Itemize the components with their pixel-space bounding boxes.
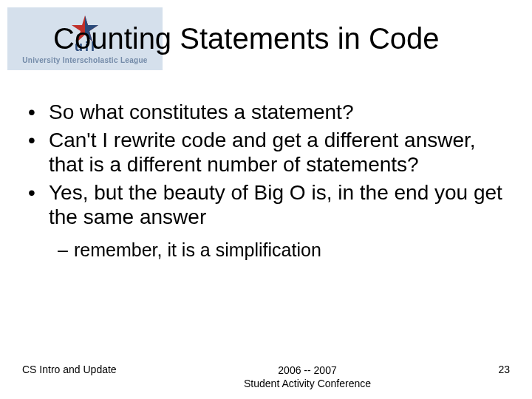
bullet-marker: • [28,128,49,177]
bullet-item: • Yes, but the beauty of Big O is, in th… [28,180,510,230]
sub-bullet-marker: – [58,239,74,261]
footer-left: CS Intro and Update [22,364,117,375]
bullet-text: Can't I rewrite code and get a different… [49,128,510,177]
footer-center: 2006 -- 2007 Student Activity Conference [244,364,371,390]
bullet-text: Yes, but the beauty of Big O is, in the … [49,180,510,230]
slide-title: Counting Statements in Code [53,22,440,55]
bullet-item: • Can't I rewrite code and get a differe… [28,128,510,177]
sub-bullet-item: – remember, it is a simplification [58,239,510,261]
logo-org-text: University Interscholastic League [22,56,147,64]
page-number: 23 [498,364,510,375]
bullet-text: So what constitutes a statement? [49,100,510,125]
footer-event: Student Activity Conference [244,377,371,390]
bullet-item: • So what constitutes a statement? [28,100,510,125]
slide-content: • So what constitutes a statement? • Can… [28,100,510,261]
bullet-marker: • [28,180,49,230]
slide-footer: CS Intro and Update 2006 -- 2007 Student… [0,364,532,390]
sub-bullet-text: remember, it is a simplification [74,239,321,261]
bullet-marker: • [28,100,49,125]
footer-date: 2006 -- 2007 [244,364,371,377]
